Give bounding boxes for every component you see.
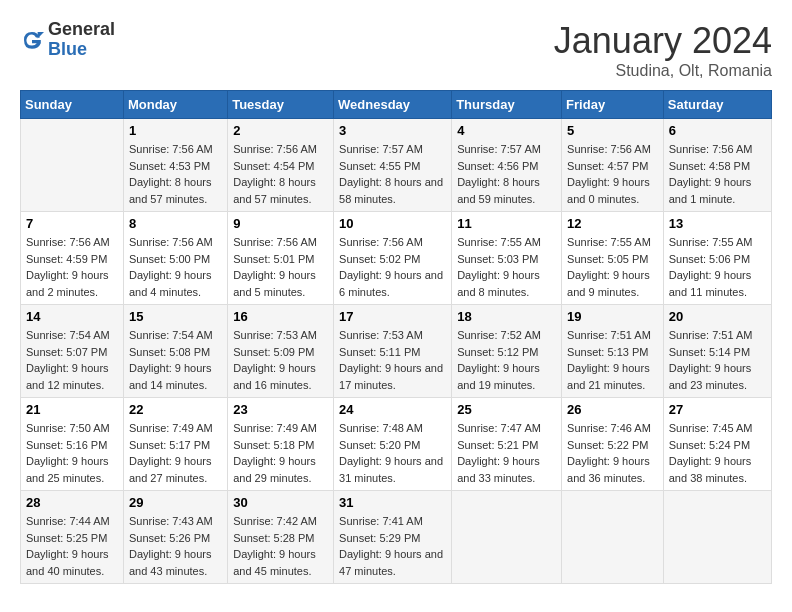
day-number: 20 [669,309,766,324]
day-info: Sunrise: 7:45 AMSunset: 5:24 PMDaylight:… [669,420,766,486]
calendar-week-row: 1Sunrise: 7:56 AMSunset: 4:53 PMDaylight… [21,119,772,212]
day-info: Sunrise: 7:56 AMSunset: 4:53 PMDaylight:… [129,141,222,207]
day-number: 1 [129,123,222,138]
day-number: 13 [669,216,766,231]
calendar-cell [663,491,771,584]
calendar-table: SundayMondayTuesdayWednesdayThursdayFrid… [20,90,772,584]
calendar-cell: 5Sunrise: 7:56 AMSunset: 4:57 PMDaylight… [562,119,664,212]
calendar-cell: 14Sunrise: 7:54 AMSunset: 5:07 PMDayligh… [21,305,124,398]
calendar-cell: 29Sunrise: 7:43 AMSunset: 5:26 PMDayligh… [123,491,227,584]
day-info: Sunrise: 7:56 AMSunset: 5:01 PMDaylight:… [233,234,328,300]
calendar-cell: 19Sunrise: 7:51 AMSunset: 5:13 PMDayligh… [562,305,664,398]
calendar-cell: 2Sunrise: 7:56 AMSunset: 4:54 PMDaylight… [228,119,334,212]
calendar-week-row: 14Sunrise: 7:54 AMSunset: 5:07 PMDayligh… [21,305,772,398]
day-number: 22 [129,402,222,417]
day-info: Sunrise: 7:56 AMSunset: 4:58 PMDaylight:… [669,141,766,207]
day-number: 18 [457,309,556,324]
calendar-cell: 12Sunrise: 7:55 AMSunset: 5:05 PMDayligh… [562,212,664,305]
month-title: January 2024 [554,20,772,62]
day-number: 12 [567,216,658,231]
day-info: Sunrise: 7:52 AMSunset: 5:12 PMDaylight:… [457,327,556,393]
weekday-header-wednesday: Wednesday [334,91,452,119]
calendar-week-row: 7Sunrise: 7:56 AMSunset: 4:59 PMDaylight… [21,212,772,305]
day-number: 14 [26,309,118,324]
weekday-header-sunday: Sunday [21,91,124,119]
day-info: Sunrise: 7:56 AMSunset: 4:59 PMDaylight:… [26,234,118,300]
calendar-cell: 8Sunrise: 7:56 AMSunset: 5:00 PMDaylight… [123,212,227,305]
calendar-cell: 26Sunrise: 7:46 AMSunset: 5:22 PMDayligh… [562,398,664,491]
day-number: 29 [129,495,222,510]
day-info: Sunrise: 7:56 AMSunset: 5:02 PMDaylight:… [339,234,446,300]
calendar-cell: 31Sunrise: 7:41 AMSunset: 5:29 PMDayligh… [334,491,452,584]
day-number: 2 [233,123,328,138]
day-info: Sunrise: 7:42 AMSunset: 5:28 PMDaylight:… [233,513,328,579]
day-number: 17 [339,309,446,324]
logo-text: General Blue [48,20,115,60]
day-info: Sunrise: 7:53 AMSunset: 5:09 PMDaylight:… [233,327,328,393]
logo-blue-text: Blue [48,40,115,60]
day-number: 23 [233,402,328,417]
day-info: Sunrise: 7:50 AMSunset: 5:16 PMDaylight:… [26,420,118,486]
weekday-header-friday: Friday [562,91,664,119]
day-info: Sunrise: 7:56 AMSunset: 4:57 PMDaylight:… [567,141,658,207]
calendar-cell: 17Sunrise: 7:53 AMSunset: 5:11 PMDayligh… [334,305,452,398]
day-number: 28 [26,495,118,510]
location-title: Studina, Olt, Romania [554,62,772,80]
calendar-cell: 11Sunrise: 7:55 AMSunset: 5:03 PMDayligh… [452,212,562,305]
weekday-header-monday: Monday [123,91,227,119]
title-area: January 2024 Studina, Olt, Romania [554,20,772,80]
day-number: 26 [567,402,658,417]
calendar-cell [21,119,124,212]
calendar-cell: 3Sunrise: 7:57 AMSunset: 4:55 PMDaylight… [334,119,452,212]
day-info: Sunrise: 7:56 AMSunset: 5:00 PMDaylight:… [129,234,222,300]
calendar-cell: 20Sunrise: 7:51 AMSunset: 5:14 PMDayligh… [663,305,771,398]
day-info: Sunrise: 7:43 AMSunset: 5:26 PMDaylight:… [129,513,222,579]
day-number: 11 [457,216,556,231]
day-number: 5 [567,123,658,138]
day-number: 8 [129,216,222,231]
calendar-cell [452,491,562,584]
calendar-cell: 10Sunrise: 7:56 AMSunset: 5:02 PMDayligh… [334,212,452,305]
calendar-cell: 6Sunrise: 7:56 AMSunset: 4:58 PMDaylight… [663,119,771,212]
calendar-cell: 25Sunrise: 7:47 AMSunset: 5:21 PMDayligh… [452,398,562,491]
calendar-cell: 4Sunrise: 7:57 AMSunset: 4:56 PMDaylight… [452,119,562,212]
day-info: Sunrise: 7:53 AMSunset: 5:11 PMDaylight:… [339,327,446,393]
day-info: Sunrise: 7:54 AMSunset: 5:08 PMDaylight:… [129,327,222,393]
day-info: Sunrise: 7:51 AMSunset: 5:13 PMDaylight:… [567,327,658,393]
day-number: 25 [457,402,556,417]
calendar-cell: 9Sunrise: 7:56 AMSunset: 5:01 PMDaylight… [228,212,334,305]
day-number: 19 [567,309,658,324]
day-number: 6 [669,123,766,138]
day-number: 21 [26,402,118,417]
calendar-cell: 30Sunrise: 7:42 AMSunset: 5:28 PMDayligh… [228,491,334,584]
day-number: 7 [26,216,118,231]
logo-general-text: General [48,20,115,40]
calendar-cell: 13Sunrise: 7:55 AMSunset: 5:06 PMDayligh… [663,212,771,305]
day-info: Sunrise: 7:54 AMSunset: 5:07 PMDaylight:… [26,327,118,393]
day-info: Sunrise: 7:47 AMSunset: 5:21 PMDaylight:… [457,420,556,486]
day-number: 24 [339,402,446,417]
weekday-header-saturday: Saturday [663,91,771,119]
calendar-week-row: 21Sunrise: 7:50 AMSunset: 5:16 PMDayligh… [21,398,772,491]
day-info: Sunrise: 7:49 AMSunset: 5:17 PMDaylight:… [129,420,222,486]
calendar-cell: 1Sunrise: 7:56 AMSunset: 4:53 PMDaylight… [123,119,227,212]
day-info: Sunrise: 7:49 AMSunset: 5:18 PMDaylight:… [233,420,328,486]
weekday-header-row: SundayMondayTuesdayWednesdayThursdayFrid… [21,91,772,119]
logo: General Blue [20,20,115,60]
day-number: 15 [129,309,222,324]
weekday-header-tuesday: Tuesday [228,91,334,119]
calendar-cell: 27Sunrise: 7:45 AMSunset: 5:24 PMDayligh… [663,398,771,491]
day-number: 31 [339,495,446,510]
svg-marker-0 [38,32,44,38]
calendar-cell: 15Sunrise: 7:54 AMSunset: 5:08 PMDayligh… [123,305,227,398]
calendar-cell: 18Sunrise: 7:52 AMSunset: 5:12 PMDayligh… [452,305,562,398]
calendar-cell: 23Sunrise: 7:49 AMSunset: 5:18 PMDayligh… [228,398,334,491]
calendar-cell: 22Sunrise: 7:49 AMSunset: 5:17 PMDayligh… [123,398,227,491]
day-number: 4 [457,123,556,138]
day-info: Sunrise: 7:44 AMSunset: 5:25 PMDaylight:… [26,513,118,579]
day-info: Sunrise: 7:57 AMSunset: 4:56 PMDaylight:… [457,141,556,207]
day-number: 27 [669,402,766,417]
calendar-cell: 16Sunrise: 7:53 AMSunset: 5:09 PMDayligh… [228,305,334,398]
day-info: Sunrise: 7:56 AMSunset: 4:54 PMDaylight:… [233,141,328,207]
day-info: Sunrise: 7:55 AMSunset: 5:03 PMDaylight:… [457,234,556,300]
